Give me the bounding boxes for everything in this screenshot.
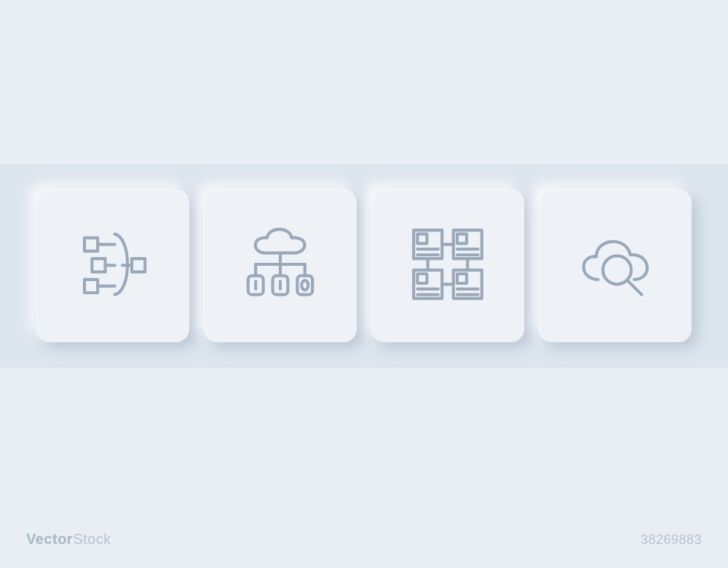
tile-cloud-network xyxy=(204,189,357,342)
watermark-id: 38269883 xyxy=(641,532,702,548)
brand-light: Stock xyxy=(73,531,111,547)
svg-rect-30 xyxy=(457,234,467,243)
cloud-network-icon xyxy=(233,217,328,315)
svg-rect-15 xyxy=(297,276,312,295)
svg-rect-0 xyxy=(84,238,98,251)
svg-rect-1 xyxy=(92,259,105,272)
blockchain-grid-icon xyxy=(400,217,495,315)
svg-rect-36 xyxy=(457,274,467,283)
watermark-brand: VectorStock xyxy=(26,531,111,548)
svg-rect-2 xyxy=(84,280,98,293)
icon-band xyxy=(0,164,728,368)
svg-rect-27 xyxy=(417,234,427,243)
cloud-search-icon xyxy=(568,217,662,315)
tile-cloud-search xyxy=(539,189,692,342)
tile-blockchain-grid xyxy=(371,189,524,342)
svg-rect-33 xyxy=(417,274,427,283)
brand-bold: Vector xyxy=(26,531,73,547)
svg-point-18 xyxy=(301,280,308,290)
filter-data-icon xyxy=(66,217,160,315)
tile-filter-data xyxy=(36,189,189,342)
svg-rect-3 xyxy=(132,259,145,272)
svg-line-40 xyxy=(628,280,642,295)
